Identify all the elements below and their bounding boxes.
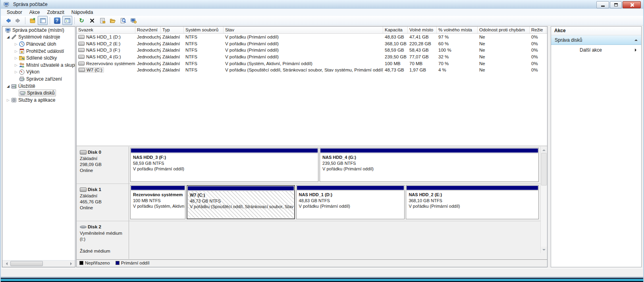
- restore-icon: [614, 3, 618, 6]
- cell-overhead: 0%: [530, 61, 546, 66]
- table-row-selected[interactable]: W7 (C:) Jednoduchý Základní NTFS V pořád…: [77, 67, 547, 73]
- sidebar-item-performance[interactable]: ▷ Výkon: [2, 69, 75, 76]
- app-icon: [3, 1, 10, 8]
- partition[interactable]: NAS HDD_3 (F:) 58,59 GB NTFS V pořádku (…: [130, 148, 318, 182]
- scrollbar-thumb[interactable]: [541, 153, 547, 185]
- close-button[interactable]: [623, 1, 641, 8]
- partition[interactable]: Rezervováno systémem 100 MB NTFS V pořád…: [130, 185, 185, 219]
- properties-button[interactable]: [97, 16, 107, 25]
- volume-list-header: Svazek Rozvržení Typ Systém souborů Stav…: [77, 27, 547, 34]
- sidebar-item-shared-folders[interactable]: ▷ Sdílené složky: [2, 54, 75, 62]
- menu-file[interactable]: Soubor: [3, 9, 26, 16]
- toolbar-separator: [50, 17, 50, 24]
- partition[interactable]: NAS HDD_1 (D:) 48,83 GB NTFS V pořádku (…: [296, 185, 405, 219]
- sidebar-item-label: Služby a aplikace: [18, 97, 55, 103]
- table-row[interactable]: NAS HDD_3 (F:) Jednoduchý Základní NTFS …: [77, 47, 547, 54]
- sidebar-item-services-applications[interactable]: ▷ Služby a aplikace: [2, 97, 75, 104]
- sidebar-item-local-users-groups[interactable]: ▷ Místní uživatelé a skupin: [2, 62, 75, 69]
- sidebar-item-device-manager[interactable]: Správce zařízení: [2, 75, 75, 83]
- menu-action[interactable]: Akce: [26, 9, 44, 16]
- scroll-right-button[interactable]: [68, 261, 75, 267]
- header-fault-tolerance[interactable]: Odolnost proti chybám: [478, 27, 530, 33]
- sidebar-item-computer-management[interactable]: Správa počítače (místní): [2, 27, 75, 34]
- volume-name: NAS HDD_2 (E:): [86, 41, 120, 46]
- actions-group-disk-management[interactable]: Správa disků: [551, 35, 641, 45]
- volume-icon: [78, 55, 85, 59]
- header-status[interactable]: Stav: [224, 27, 383, 33]
- table-row[interactable]: NAS HDD_2 (E:) Jednoduchý Základní NTFS …: [77, 41, 547, 47]
- table-row[interactable]: NAS HDD_1 (D:) Jednoduchý Základní NTFS …: [77, 34, 547, 41]
- menu-view[interactable]: Zobrazit: [43, 9, 67, 16]
- back-button[interactable]: [3, 16, 13, 25]
- header-percent-free[interactable]: % volného místa: [437, 27, 478, 33]
- header-overhead[interactable]: Režie: [530, 27, 546, 33]
- volume-icon: [78, 62, 85, 66]
- tree-horizontal-scrollbar[interactable]: [2, 260, 75, 267]
- minimize-button[interactable]: [596, 1, 609, 8]
- volume-name: Rezervováno systémem: [86, 61, 135, 66]
- cell-percent-free: 60 %: [437, 41, 478, 46]
- expand-arrow-icon[interactable]: ▷: [13, 49, 19, 53]
- partition-selected[interactable]: W7 (C:) 48,73 GB NTFS V pořádku (Spouště…: [187, 185, 295, 219]
- header-layout[interactable]: Rozvržení: [135, 27, 161, 33]
- expand-arrow-icon[interactable]: ▷: [6, 98, 11, 102]
- table-row[interactable]: NAS HDD_4 (G:) Jednoduchý Základní NTFS …: [77, 54, 547, 60]
- collapse-group-icon[interactable]: [634, 38, 638, 41]
- forward-button[interactable]: [13, 16, 23, 25]
- sidebar-item-event-viewer[interactable]: ▷ Prohlížeč událostí: [2, 48, 75, 55]
- partition-size: 100 MB NTFS: [133, 198, 183, 204]
- disk-view-vertical-scrollbar[interactable]: [540, 147, 547, 253]
- sidebar-item-system-tools[interactable]: ◢ Systémové nástroje: [2, 34, 75, 41]
- expand-arrow-icon[interactable]: ▷: [13, 42, 19, 46]
- toolbar-separator: [74, 17, 75, 24]
- header-filesystem[interactable]: Systém souborů: [184, 27, 224, 33]
- computer-settings-button[interactable]: [128, 16, 138, 25]
- title-bar[interactable]: Správa počítače: [1, 0, 643, 9]
- header-type[interactable]: Typ: [161, 27, 184, 33]
- header-capacity[interactable]: Kapacita: [383, 27, 408, 33]
- cell-percent-free: 100 %: [437, 48, 478, 52]
- partition[interactable]: NAS HDD_2 (E:) 368,10 GB NTFS V pořádku …: [406, 185, 539, 219]
- expand-arrow-icon[interactable]: ▷: [13, 63, 19, 67]
- scroll-up-button[interactable]: [541, 147, 547, 153]
- partition-title: NAS HDD_3 (F:): [133, 155, 316, 160]
- expand-arrow-icon[interactable]: ▷: [13, 56, 19, 60]
- collapse-arrow-icon[interactable]: ◢: [6, 35, 11, 39]
- open-folder-button[interactable]: [108, 16, 118, 25]
- expand-arrow-icon[interactable]: ▷: [13, 70, 19, 74]
- refresh-button[interactable]: [77, 16, 87, 25]
- console-tree-button[interactable]: [38, 16, 48, 25]
- collapse-arrow-icon[interactable]: ◢: [6, 84, 11, 88]
- action-pane-button[interactable]: [62, 16, 72, 25]
- partition-status: V pořádku (Primární oddíl): [322, 166, 536, 172]
- scroll-down-button[interactable]: [541, 247, 547, 253]
- more-actions-item[interactable]: Další akce: [551, 45, 641, 55]
- table-row[interactable]: Rezervováno systémem Jednoduchý Základní…: [77, 60, 547, 67]
- header-volume[interactable]: Svazek: [77, 27, 135, 33]
- delete-button[interactable]: [87, 16, 97, 25]
- selected-cell-highlight: W7 (C:): [78, 67, 104, 73]
- sidebar-item-disk-management[interactable]: Správa disků: [2, 89, 75, 97]
- restore-button[interactable]: [610, 1, 622, 8]
- cell-filesystem: NTFS: [184, 41, 224, 46]
- up-folder-button[interactable]: [27, 16, 37, 25]
- disk-label[interactable]: Disk 0 Základní 298,09 GB Online: [77, 147, 129, 183]
- header-free-space[interactable]: Volné místo: [408, 27, 437, 33]
- partition-size: 368,10 GB NTFS: [409, 198, 536, 204]
- sidebar-item-task-scheduler[interactable]: ▷ Plánovač úloh: [2, 41, 75, 48]
- scrollbar-track[interactable]: [9, 261, 68, 267]
- sidebar-item-label: Správa disků: [27, 90, 54, 96]
- scroll-left-button[interactable]: [2, 261, 9, 267]
- menu-help[interactable]: Nápověda: [68, 9, 97, 16]
- close-icon: [630, 3, 634, 7]
- disk-label[interactable]: Disk 2 Vyměnitelné médium (I:) Žádné méd…: [77, 221, 129, 259]
- sidebar-item-storage[interactable]: ◢ Úložiště: [2, 83, 75, 90]
- event-viewer-icon: [19, 48, 25, 54]
- scrollbar-thumb[interactable]: [10, 261, 43, 266]
- help-button[interactable]: [52, 16, 62, 25]
- disk-label[interactable]: Disk 1 Základní 465,76 GB Online: [77, 184, 129, 221]
- search-button[interactable]: [118, 16, 128, 25]
- partition[interactable]: NAS HDD_4 (G:) 239,50 GB NTFS V pořádku …: [320, 148, 539, 182]
- cell-percent-free: 32 %: [437, 54, 478, 59]
- scrollbar-track[interactable]: [541, 185, 547, 247]
